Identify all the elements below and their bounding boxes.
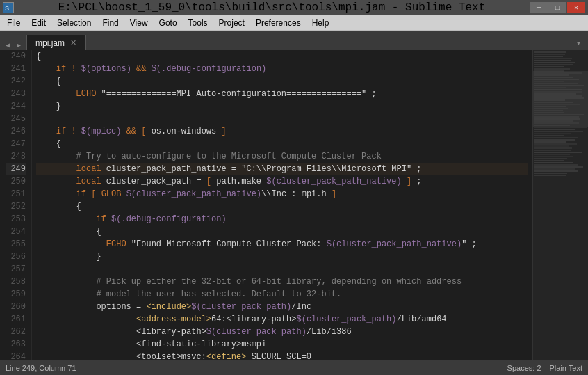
minimap-line xyxy=(534,160,564,161)
minimap-line xyxy=(534,137,578,138)
minimap-line xyxy=(534,150,571,151)
minimap-line xyxy=(534,89,582,90)
code-line: } xyxy=(36,100,528,113)
status-left: Line 249, Column 71 xyxy=(6,364,76,372)
line-number: 241 xyxy=(6,63,26,75)
minimap-line xyxy=(534,168,575,170)
minimap-line xyxy=(534,175,566,176)
minimap-line xyxy=(534,108,568,109)
minimap-line xyxy=(534,87,566,88)
status-right: Spaces: 2 Plain Text xyxy=(507,364,582,372)
line-number: 258 xyxy=(6,276,26,288)
minimap-line xyxy=(534,79,579,80)
maximize-button[interactable]: □ xyxy=(548,2,566,13)
tab-bar: ◀ ▶ mpi.jam ✕ ▾ xyxy=(0,31,588,50)
code-line: { xyxy=(36,75,528,88)
menu-item-tools[interactable]: Tools xyxy=(183,15,213,30)
code-line: { xyxy=(36,200,528,213)
line-number: 244 xyxy=(6,100,26,113)
title-bar: S E:\PCL\boost_1_59_0\tools\build\src\to… xyxy=(0,0,588,15)
minimap-line xyxy=(534,164,578,166)
code-line xyxy=(36,113,528,125)
code-line: if ! $(options) && $(.debug-configuratio… xyxy=(36,63,528,75)
minimap-line xyxy=(534,51,566,53)
tab-dropdown[interactable]: ▾ xyxy=(572,37,585,50)
code-line xyxy=(36,263,528,276)
line-number: 250 xyxy=(6,175,26,188)
minimap-line xyxy=(534,156,573,157)
minimap-line xyxy=(534,72,582,74)
minimap-line xyxy=(534,158,567,159)
minimap-line xyxy=(534,58,572,59)
code-line: <toolset>msvc:<define>_SECURE_SCL=0 xyxy=(36,351,528,360)
tab-nav-back[interactable]: ◀ xyxy=(3,40,13,50)
minimap-line xyxy=(534,120,573,122)
minimap-line xyxy=(534,91,582,93)
tab-nav-forward[interactable]: ▶ xyxy=(14,40,24,50)
menu-item-project[interactable]: Project xyxy=(213,15,250,30)
menu-item-file[interactable]: File xyxy=(1,15,26,30)
line-number: 254 xyxy=(6,225,26,238)
close-button[interactable]: ✕ xyxy=(567,2,585,13)
minimap-line xyxy=(534,102,573,103)
minimap-line xyxy=(534,106,566,107)
code-line: if ! $(mpicc) && [ os.on-windows ] xyxy=(36,125,528,138)
line-number: 259 xyxy=(6,288,26,301)
menu-item-selection[interactable]: Selection xyxy=(51,15,97,30)
menu-item-preferences[interactable]: Preferences xyxy=(250,15,307,30)
line-number: 245 xyxy=(6,113,26,125)
minimap-line xyxy=(534,70,564,72)
minimap-line xyxy=(534,133,571,134)
syntax-info[interactable]: Plain Text xyxy=(550,364,583,372)
code-line: <library-path>$(cluster_pack_path)/Lib/i… xyxy=(36,326,528,338)
line-number: 240 xyxy=(6,50,26,63)
code-line: ECHO "==============MPI Auto-configurati… xyxy=(36,88,528,100)
line-number: 246 xyxy=(6,125,26,138)
minimap-line xyxy=(534,118,580,120)
menu-item-view[interactable]: View xyxy=(124,15,154,30)
minimap-line xyxy=(534,60,571,61)
line-number: 263 xyxy=(6,338,26,351)
minimap-line xyxy=(534,145,569,147)
minimize-button[interactable]: ─ xyxy=(530,2,548,13)
minimap-line xyxy=(534,135,564,136)
minimap-line xyxy=(534,64,573,65)
menu-item-help[interactable]: Help xyxy=(307,15,335,30)
menu-item-edit[interactable]: Edit xyxy=(26,15,51,30)
tab-mpi-jam[interactable]: mpi.jam ✕ xyxy=(26,35,86,50)
minimap-line xyxy=(534,162,573,163)
minimap-line xyxy=(534,166,583,168)
line-number: 251 xyxy=(6,188,26,200)
minimap-line xyxy=(534,54,565,55)
minimap[interactable] xyxy=(532,50,588,360)
minimap-line xyxy=(534,97,584,99)
minimap-line xyxy=(534,114,584,115)
line-number: 262 xyxy=(6,326,26,338)
code-line: # Try to auto-configure to the Microsoft… xyxy=(36,150,528,163)
indentation-info[interactable]: Spaces: 2 xyxy=(507,364,541,372)
status-bar: Line 249, Column 71 Spaces: 2 Plain Text xyxy=(0,360,588,375)
minimap-line xyxy=(534,152,582,153)
menu-item-goto[interactable]: Goto xyxy=(154,15,183,30)
minimap-line xyxy=(534,154,570,155)
svg-text:S: S xyxy=(5,5,9,12)
menu-item-find[interactable]: Find xyxy=(97,15,124,30)
line-number: 252 xyxy=(6,200,26,213)
tab-nav-arrows: ◀ ▶ xyxy=(3,40,24,50)
line-number: 249 xyxy=(6,163,26,175)
line-number: 257 xyxy=(6,263,26,276)
window-controls: ─ □ ✕ xyxy=(530,2,585,13)
code-line: { xyxy=(36,138,528,150)
minimap-line xyxy=(534,147,572,149)
minimap-content xyxy=(533,50,588,178)
line-number: 242 xyxy=(6,75,26,88)
line-number: 261 xyxy=(6,313,26,326)
minimap-line xyxy=(534,127,587,128)
code-line: <address-model>64:<library-path>$(cluste… xyxy=(36,313,528,326)
code-editor[interactable]: { if ! $(options) && $(.debug-configurat… xyxy=(32,50,532,360)
line-number: 264 xyxy=(6,351,26,360)
cursor-position: Line 249, Column 71 xyxy=(6,364,76,372)
minimap-line xyxy=(534,68,570,70)
tab-close-button[interactable]: ✕ xyxy=(69,39,77,47)
minimap-line xyxy=(534,99,565,101)
